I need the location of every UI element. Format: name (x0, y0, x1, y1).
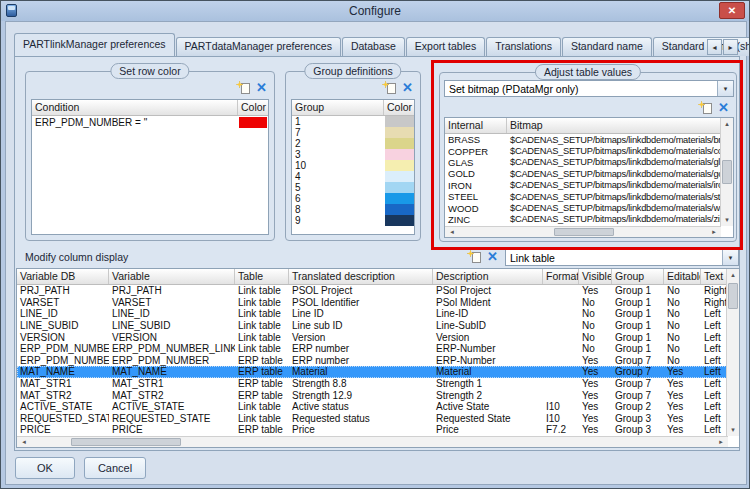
table-row[interactable]: REQUESTED_STATE REQUESTED_STATE Link tab… (17, 413, 727, 425)
column-header-condition[interactable]: Condition (32, 100, 238, 115)
group-definition-row[interactable]: 5 (292, 182, 414, 193)
chevron-down-icon[interactable]: ▾ (722, 250, 738, 265)
group-definition-row[interactable]: 1 (292, 116, 414, 127)
scrollbar-thumb[interactable] (728, 283, 738, 309)
table-row[interactable]: MAT_STR2 MAT_STR2 ERP table Strength 12.… (17, 389, 727, 401)
close-button[interactable]: ✕ (719, 2, 745, 19)
delete-icon[interactable]: ✕ (402, 82, 413, 94)
scroll-right-icon[interactable]: ▸ (714, 437, 728, 447)
bitmap-row[interactable]: GOLD $CADENAS_SETUP/bitmaps/linkdbdemo/m… (445, 168, 720, 179)
bitmap-row[interactable]: IRON $CADENAS_SETUP/bitmaps/linkdbdemo/m… (445, 180, 720, 191)
title-bar[interactable]: Configure ✕ (1, 1, 749, 21)
bitmap-row[interactable]: GLAS $CADENAS_SETUP/bitmaps/linkdbdemo/m… (445, 157, 720, 168)
table-row[interactable]: MAT_NAME MAT_NAME ERP table Material Mat… (17, 366, 727, 378)
group-definition-row[interactable]: 10 (292, 160, 414, 171)
column-header-text[interactable]: Text (701, 269, 727, 284)
group-color-swatch[interactable] (385, 127, 414, 138)
table-row[interactable]: LINE_ID LINE_ID Link table Line ID Line-… (17, 308, 727, 320)
scrollbar-thumb[interactable] (554, 228, 614, 236)
column-header-group[interactable]: Group (612, 269, 664, 284)
scrollbar-thumb[interactable] (722, 160, 732, 184)
group-definition-row[interactable]: 8 (292, 204, 414, 215)
dialog-body: PARTlinkManager preferences PARTdataMana… (5, 21, 747, 485)
group-color-swatch[interactable] (385, 204, 414, 215)
group-definition-row[interactable]: 4 (292, 171, 414, 182)
delete-icon[interactable]: ✕ (256, 82, 267, 94)
column-header-translated-description[interactable]: Translated description (289, 269, 433, 284)
bitmap-row[interactable]: WOOD $CADENAS_SETUP/bitmaps/linkdbdemo/m… (445, 202, 720, 213)
tab[interactable]: Translations (486, 37, 561, 56)
group-color-swatch[interactable] (385, 215, 414, 226)
table-row[interactable]: ERP_PDM_NUMBER ERP_PDM_NUMBER_LINKTABLE … (17, 343, 727, 355)
row-color-row[interactable]: ERP_PDM_NUMBER = " (32, 116, 268, 129)
group-definition-row[interactable]: 3 (292, 149, 414, 160)
group-definition-row[interactable]: 2 (292, 138, 414, 149)
group-color-swatch[interactable] (385, 171, 414, 182)
column-header-internal[interactable]: Internal (445, 118, 507, 133)
group-color-swatch[interactable] (385, 116, 414, 127)
new-item-icon[interactable] (382, 81, 396, 94)
tab-scroll-left-icon[interactable]: ◂ (707, 39, 722, 55)
scroll-up-icon[interactable]: ▴ (727, 269, 739, 281)
group-definition-row[interactable]: 7 (292, 127, 414, 138)
new-item-icon[interactable] (698, 101, 712, 114)
ok-button[interactable]: OK (15, 457, 75, 479)
bitmap-row[interactable]: STEEL $CADENAS_SETUP/bitmaps/linkdbdemo/… (445, 191, 720, 202)
table-row[interactable]: ACTIVE_STATE ACTIVE_STATE Link table Act… (17, 401, 727, 413)
group-color-swatch[interactable] (385, 138, 414, 149)
column-header-editable[interactable]: Editable (664, 269, 701, 284)
table-row[interactable]: PRJ_PATH PRJ_PATH Link table PSOL Projec… (17, 285, 727, 297)
tab[interactable]: PARTlinkManager preferences (14, 33, 175, 56)
row-color-swatch[interactable] (239, 117, 267, 128)
new-item-icon[interactable] (467, 250, 481, 263)
column-header-color[interactable]: Color (238, 100, 268, 115)
group-color-swatch[interactable] (385, 160, 414, 171)
delete-icon[interactable]: ✕ (487, 251, 498, 263)
column-header-color[interactable]: Color (384, 100, 414, 115)
table-row[interactable]: VARSET VARSET Link table PSOL Identifier… (17, 297, 727, 309)
column-header-description[interactable]: Description (433, 269, 543, 284)
column-header-group[interactable]: Group (292, 100, 384, 115)
table-row[interactable]: VERSION VERSION Link table Version Versi… (17, 331, 727, 343)
group-definition-row[interactable]: 9 (292, 215, 414, 226)
scroll-left-icon[interactable]: ◂ (17, 437, 31, 447)
table-row[interactable]: ERP_PDM_NUMBER ERP_PDM_NUMBER ERP table … (17, 355, 727, 367)
tab-scroll-right-icon[interactable]: ▸ (723, 39, 738, 55)
bitmap-vertical-scrollbar[interactable]: ▴ ▾ (720, 118, 733, 226)
scroll-down-icon[interactable]: ▾ (727, 424, 739, 436)
bitmap-horizontal-scrollbar[interactable]: ◂ ▸ (445, 226, 721, 237)
tab[interactable]: PARTdataManager preferences (176, 37, 341, 56)
tab[interactable]: Export tables (406, 37, 485, 56)
group-color-swatch[interactable] (385, 193, 414, 204)
scroll-down-icon[interactable]: ▾ (721, 214, 733, 226)
tab[interactable]: Standard name (562, 37, 652, 56)
cancel-button[interactable]: Cancel (84, 457, 146, 479)
scrollbar-thumb[interactable] (71, 438, 181, 446)
column-header-visible[interactable]: Visible (579, 269, 612, 284)
column-header-variable-db[interactable]: Variable DB (17, 269, 109, 284)
table-row[interactable]: PRICE PRICE ERP table Price Price F7.2 Y… (17, 424, 727, 436)
group-definition-row[interactable]: 6 (292, 193, 414, 204)
new-item-icon[interactable] (236, 81, 250, 94)
column-header-table[interactable]: Table (235, 269, 289, 284)
column-header-format[interactable]: Format (543, 269, 579, 284)
table-row[interactable]: LINE_SUBID LINE_SUBID Link table Line su… (17, 320, 727, 332)
table-horizontal-scrollbar[interactable]: ◂ ▸ (17, 436, 728, 447)
bitmap-row[interactable]: COPPER $CADENAS_SETUP/bitmaps/linkdbdemo… (445, 145, 720, 156)
scroll-left-icon[interactable]: ◂ (445, 227, 459, 237)
scroll-right-icon[interactable]: ▸ (707, 227, 721, 237)
set-bitmap-dropdown[interactable]: Set bitmap (PDataMgr only) ▾ (444, 80, 734, 97)
table-vertical-scrollbar[interactable]: ▴ ▾ (726, 269, 739, 436)
column-header-variable[interactable]: Variable (109, 269, 235, 284)
delete-icon[interactable]: ✕ (718, 102, 729, 114)
tab[interactable]: Database (342, 37, 405, 56)
bitmap-row[interactable]: BRASS $CADENAS_SETUP/bitmaps/linkdbdemo/… (445, 134, 720, 145)
column-header-bitmap[interactable]: Bitmap (507, 118, 720, 133)
chevron-down-icon[interactable]: ▾ (717, 81, 733, 96)
table-select-dropdown[interactable]: Link table ▾ (505, 249, 739, 266)
group-color-swatch[interactable] (385, 182, 414, 193)
group-color-swatch[interactable] (385, 149, 414, 160)
scroll-up-icon[interactable]: ▴ (721, 118, 733, 130)
table-row[interactable]: MAT_STR1 MAT_STR1 ERP table Strength 8.8… (17, 378, 727, 390)
bitmap-row[interactable]: ZINC $CADENAS_SETUP/bitmaps/linkdbdemo/m… (445, 214, 720, 225)
